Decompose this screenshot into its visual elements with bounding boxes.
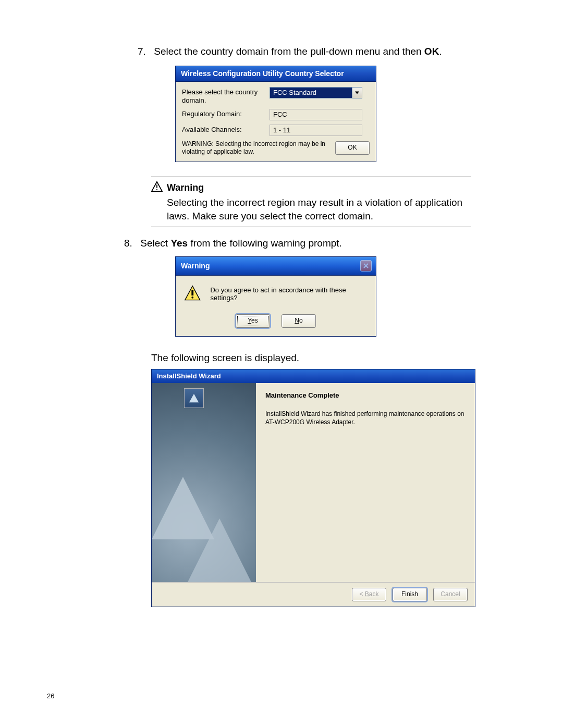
- step-8-text-c: from the following warning prompt.: [188, 238, 342, 249]
- country-selector-dialog: Wireless Configuration Utility Country S…: [175, 66, 376, 162]
- svg-point-6: [191, 297, 193, 299]
- svg-rect-2: [156, 184, 157, 188]
- regulatory-domain-label: Regulatory Domain:: [182, 109, 270, 118]
- no-button[interactable]: No: [282, 314, 316, 328]
- svg-rect-3: [156, 189, 157, 190]
- warning-heading: Warning: [167, 182, 204, 193]
- step-7-number: 7.: [138, 45, 151, 58]
- step-8-text-a: Select: [140, 238, 170, 249]
- warning-dialog-message: Do you agree to act in accordance with t…: [210, 286, 368, 302]
- country-selector-title: Wireless Configuration Utility Country S…: [176, 66, 376, 82]
- svg-rect-5: [191, 290, 193, 295]
- finish-button[interactable]: Finish: [393, 588, 427, 601]
- svg-marker-0: [355, 91, 359, 94]
- ok-button[interactable]: OK: [335, 141, 370, 155]
- following-screen-text: The following screen is displayed.: [151, 352, 516, 364]
- maintenance-complete-heading: Maintenance Complete: [265, 391, 466, 399]
- maintenance-complete-body: InstallShield Wizard has finished perfor…: [265, 410, 466, 426]
- available-channels-value: 1 - 11: [270, 125, 362, 136]
- chevron-down-icon[interactable]: [352, 88, 362, 98]
- warning-callout: Warning Selecting the incorrect region m…: [151, 177, 471, 227]
- exclamation-icon: [184, 285, 201, 303]
- step-8-text-b: Yes: [170, 238, 188, 249]
- step-8-number: 8.: [124, 237, 138, 250]
- close-icon[interactable]: [360, 260, 372, 272]
- cancel-button: Cancel: [433, 588, 468, 601]
- svg-marker-7: [189, 394, 199, 403]
- dialog-warning-text: WARNING: Selecting the incorrect region …: [182, 140, 330, 155]
- step-7-text-b: OK: [424, 46, 439, 57]
- warning-dialog-title: Warning: [181, 262, 210, 270]
- available-channels-label: Available Channels:: [182, 125, 270, 134]
- wizard-sidebar: [152, 383, 256, 582]
- warning-dialog: Warning Do you agree to act in accordanc…: [175, 256, 376, 337]
- country-domain-dropdown[interactable]: FCC Standard: [270, 87, 362, 98]
- warning-icon: [151, 181, 163, 195]
- step-7: 7. Select the country domain from the pu…: [138, 45, 516, 58]
- regulatory-domain-value: FCC: [270, 109, 362, 120]
- country-label: Please select the country domain.: [182, 87, 270, 105]
- country-domain-value: FCC Standard: [270, 89, 352, 96]
- page-number: 26: [47, 692, 54, 700]
- step-7-text-a: Select the country domain from the pull-…: [154, 46, 424, 57]
- svg-marker-9: [180, 519, 256, 582]
- installshield-title: InstallShield Wizard: [152, 369, 475, 383]
- yes-button[interactable]: Yes: [236, 314, 270, 328]
- back-button: < Back: [352, 588, 386, 601]
- step-7-text-c: .: [439, 46, 442, 57]
- installshield-dialog: InstallShield Wizard Maintenance Complet…: [151, 369, 475, 607]
- installshield-logo-icon: [184, 388, 204, 408]
- warning-body: Selecting the incorrect region may resul…: [167, 196, 471, 223]
- step-8: 8. Select Yes from the following warning…: [124, 237, 516, 250]
